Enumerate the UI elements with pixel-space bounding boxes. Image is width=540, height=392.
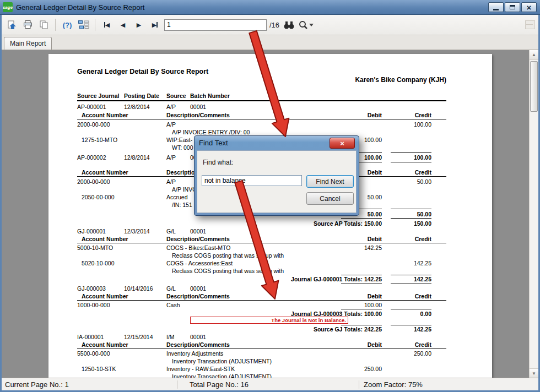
rule (77, 119, 446, 119)
credit-cell: 50.00 (391, 178, 431, 185)
previous-page-button[interactable]: ◀ (116, 18, 129, 32)
source-totals-credit: 142.25 (391, 326, 431, 333)
desc-cell: COGS - Accessories:East (166, 260, 233, 266)
source-cell: G/L (166, 285, 176, 292)
subcol-account: Account Number (82, 169, 128, 176)
desc-cell: Inventory Adjustments (166, 350, 223, 357)
zoom-button[interactable] (298, 18, 314, 32)
desc-cell: A/P (166, 178, 176, 185)
find-text-button[interactable] (282, 18, 295, 32)
desc-cell: A/P INVO (172, 186, 197, 193)
rule (391, 309, 431, 309)
account-cell: 5020-10-000 (82, 260, 115, 266)
toolbar-separator (55, 19, 56, 31)
last-page-button[interactable]: ▶ (148, 18, 161, 32)
desc-cell: Cash (166, 302, 180, 308)
find-text-dialog: Find Text × Find what: Find Next Cancel (194, 135, 359, 216)
out-of-balance-warning-text: The Journal is Not in Balance. (271, 317, 346, 323)
subcol-desc: Description/Comments (166, 341, 230, 348)
print-button[interactable] (21, 18, 34, 32)
find-dialog-body: Find what: Find Next Cancel (197, 150, 357, 213)
group-tree-icon (78, 19, 89, 30)
page-number-input[interactable] (164, 19, 267, 31)
export-button[interactable] (5, 18, 18, 32)
account-cell: 2000-00-000 (77, 121, 110, 128)
last-page-icon: ▶ (152, 21, 156, 29)
title-bar[interactable]: sage General Ledger Detail By Source Rep… (0, 0, 540, 15)
rule (391, 209, 431, 209)
totals-credit: 142.25 (391, 276, 431, 282)
find-dialog-close-button[interactable]: × (330, 138, 355, 149)
cancel-button[interactable]: Cancel (306, 192, 354, 205)
desc-cell: Accrued (166, 194, 188, 200)
rule (391, 284, 431, 284)
account-cell: 2000-00-000 (77, 178, 110, 185)
source-cell: I/M (166, 334, 175, 340)
subcol-debit: Debit (341, 112, 382, 118)
journal-cell: AP-000001 (77, 104, 106, 110)
subcol-desc: Description/Comments (166, 236, 230, 242)
vertical-scrollbar[interactable]: ▲ ▼ (529, 50, 538, 378)
subcol-credit: Credit (391, 236, 431, 242)
scroll-down-button[interactable]: ▼ (530, 368, 538, 378)
subcol-credit: Credit (391, 341, 431, 348)
print-icon (23, 20, 33, 30)
subcol-debit: Debit (341, 236, 382, 242)
zoom-dropdown-caret[interactable] (309, 24, 314, 26)
copy-button[interactable] (37, 18, 50, 32)
close-icon: × (527, 3, 532, 12)
desc-cell: Inventory - RAW:East-STK (166, 366, 235, 372)
col-batch-number: Batch Number (190, 92, 230, 99)
totals-credit: 100.00 (391, 154, 431, 161)
source-cell: A/P (166, 104, 176, 110)
debit-cell: 250.00 (341, 366, 382, 372)
window-title: General Ledger Detail By Source Report (16, 3, 144, 12)
minimize-button[interactable] (488, 2, 504, 12)
date-cell: 12/8/2014 (124, 154, 150, 161)
credit-cell: 142.25 (391, 260, 431, 266)
page-total-label: /16 (269, 21, 279, 29)
date-cell: 10/14/2016 (124, 285, 153, 292)
group-tree-toggle-button[interactable] (77, 18, 90, 32)
previous-page-icon: ◀ (121, 21, 125, 29)
desc-cell: /IN: 151 (172, 202, 192, 208)
subcol-desc: Description/Comments (166, 112, 230, 118)
find-dialog-title[interactable]: Find Text (199, 139, 228, 147)
toolbar-right-icon[interactable] (525, 20, 535, 29)
desc-cell: WIP:East- (166, 137, 192, 143)
header-rule (77, 100, 446, 101)
find-next-button[interactable]: Find Next (306, 175, 354, 188)
parameter-panel-toggle-button[interactable]: (?) (61, 18, 74, 32)
subcol-credit: Credit (391, 293, 431, 300)
close-icon: × (340, 139, 344, 148)
first-page-button[interactable]: ◀ (100, 18, 114, 32)
status-zoom-factor: Zoom Factor: 75% (359, 380, 538, 389)
zoom-icon (298, 20, 308, 30)
journal-cell: AP-000002 (77, 154, 106, 161)
scroll-up-button[interactable]: ▲ (530, 50, 538, 60)
sage-logo-icon: sage (3, 2, 13, 12)
close-button[interactable]: × (521, 2, 537, 12)
date-cell: 12/3/2014 (124, 228, 150, 235)
scroll-thumb[interactable] (530, 61, 538, 112)
report-page: General Ledger Detail By Source Report K… (48, 54, 492, 378)
maximize-button[interactable] (505, 2, 520, 12)
first-page-arrow: ◀ (105, 21, 110, 29)
rule (341, 309, 382, 309)
find-what-label: Find what: (203, 159, 233, 166)
report-toolbar: (?) ◀ ◀ ▶ ▶ /16 (2, 15, 538, 35)
next-page-button[interactable]: ▶ (132, 18, 145, 32)
account-cell: 2050-00-000 (82, 194, 115, 200)
credit-cell: 100.00 (391, 121, 431, 128)
desc-cell: Reclass COGS posting that was set up wit… (172, 252, 284, 259)
tab-main-report[interactable]: Main Report (4, 37, 52, 50)
col-source: Source (166, 92, 186, 99)
rule (341, 325, 382, 325)
rule (341, 275, 382, 275)
out-of-balance-warning-box: The Journal is Not in Balance. (190, 317, 348, 324)
find-what-input[interactable] (202, 175, 302, 186)
rule (341, 284, 382, 284)
account-cell: 5500-00-000 (77, 350, 110, 357)
subcol-credit: Credit (391, 112, 431, 118)
status-total-page: Total Page No.: 16 (177, 380, 359, 389)
